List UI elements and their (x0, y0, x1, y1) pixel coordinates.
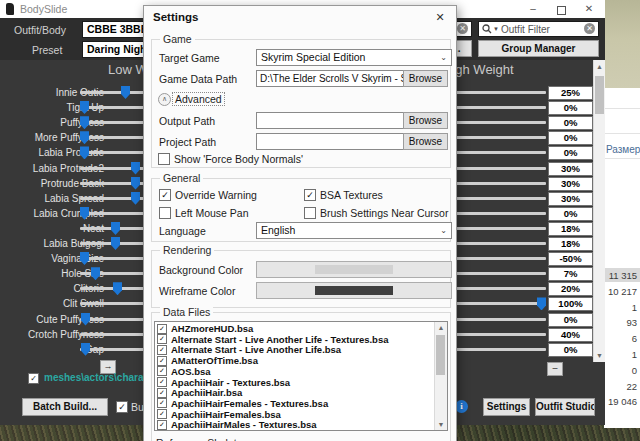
slider-track-high[interactable] (450, 167, 546, 170)
advanced-toggle-icon[interactable]: ∧ (158, 93, 171, 106)
slider-track-low[interactable] (80, 151, 150, 154)
slider-track-high[interactable] (450, 257, 546, 260)
slider-track-high[interactable] (450, 302, 546, 305)
slider-percent-input[interactable]: 18% (548, 237, 593, 251)
data-file-checkbox[interactable]: ✓ (157, 388, 167, 398)
slider-percent-input[interactable]: 0% (548, 313, 593, 327)
slider-track-low[interactable] (80, 333, 150, 336)
slider-percent-input[interactable]: 0% (548, 146, 593, 160)
data-file-checkbox[interactable]: ✓ (157, 420, 167, 430)
data-file-checkbox[interactable]: ✓ (157, 345, 167, 355)
slider-track-high[interactable] (450, 272, 546, 275)
slider-track-high[interactable] (450, 227, 546, 230)
slider-track-high[interactable] (450, 287, 546, 290)
general-checkbox[interactable] (304, 207, 316, 219)
data-file-item[interactable]: ✓ApachiiHair - Textures.bsa (157, 377, 432, 388)
slider-track-high[interactable] (450, 242, 546, 245)
scrollbar-thumb[interactable] (595, 76, 604, 114)
maximize-button[interactable] (557, 6, 566, 15)
slider-track-low[interactable] (80, 106, 150, 109)
target-game-dropdown[interactable]: Skyrim Special Edition⌄ (256, 49, 452, 66)
general-checkbox[interactable]: ✓ (304, 189, 316, 201)
slider-thumb[interactable] (537, 297, 546, 310)
slider-percent-input[interactable]: 40% (548, 328, 593, 342)
data-file-item[interactable]: ✓AHZmoreHUD.bsa (157, 323, 432, 334)
wireframe-color-button[interactable] (256, 282, 452, 299)
data-file-item[interactable]: ✓ApachiiHair.bsa (157, 387, 432, 398)
scroll-up-icon[interactable]: ▲ (594, 63, 605, 70)
data-files-scrollbar[interactable]: ▲ ▼ (434, 322, 447, 430)
data-file-checkbox[interactable]: ✓ (157, 366, 167, 376)
data-file-checkbox[interactable]: ✓ (157, 356, 167, 366)
slider-track-low[interactable] (80, 302, 150, 305)
slider-track-high[interactable] (450, 91, 546, 94)
scrollbar-thumb[interactable] (436, 335, 445, 375)
slider-percent-input[interactable]: 18% (548, 222, 593, 236)
slider-percent-input[interactable]: 0% (548, 101, 593, 115)
data-file-checkbox[interactable]: ✓ (157, 398, 167, 408)
data-files-list[interactable]: ✓AHZmoreHUD.bsa✓Alternate Start - Live A… (154, 321, 448, 431)
output-path-input[interactable] (256, 112, 404, 129)
build-morphs-checkbox[interactable]: ✓ (116, 401, 128, 413)
slider-percent-input[interactable]: 20% (548, 282, 593, 296)
slider-percent-input[interactable]: 30% (548, 177, 593, 191)
scroll-down-icon[interactable]: ▼ (594, 352, 605, 359)
browse-game-data-button[interactable]: Browse (403, 70, 448, 87)
slider-thumb[interactable] (131, 177, 140, 190)
slider-percent-input[interactable]: 0% (548, 116, 593, 130)
slider-track-high[interactable] (450, 318, 546, 321)
slider-track-low[interactable] (80, 91, 150, 94)
slider-track-low[interactable] (80, 257, 150, 260)
data-file-item[interactable]: ✓ApachiiHairFemales.bsa (157, 409, 432, 420)
data-file-item[interactable]: ✓Alternate Start - Live Another Life.bsa (157, 344, 432, 355)
slider-track-low[interactable] (80, 272, 150, 275)
slider-percent-input[interactable]: -50% (548, 252, 593, 266)
slider-thumb[interactable] (131, 192, 140, 205)
search-dropdown-arrow-icon[interactable]: ▼ (493, 26, 499, 32)
close-button[interactable]: ✕ (578, 2, 600, 16)
clear-filter-icon[interactable]: ✕ (584, 23, 595, 34)
settings-close-icon[interactable]: ✕ (432, 10, 448, 24)
slider-percent-input[interactable]: 0% (548, 343, 593, 357)
game-data-path-input[interactable]: D:\The Elder Scrolls V Skyrim - Special … (256, 70, 404, 87)
main-scrollbar[interactable]: ▲ ▼ (593, 60, 605, 362)
batch-build-button[interactable]: Batch Build... (22, 398, 108, 416)
slider-track-low[interactable] (80, 136, 150, 139)
slider-track-high[interactable] (450, 121, 546, 124)
outfit-filter-input[interactable]: ▼ Outfit Filter ✕ (478, 21, 599, 37)
slider-percent-input[interactable]: 7% (548, 267, 593, 281)
outfit-studio-button[interactable]: Outfit Studio (535, 398, 595, 416)
slider-percent-input[interactable]: 30% (548, 192, 593, 206)
slider-track-high[interactable] (450, 151, 546, 154)
slider-scroll-right-button[interactable]: – (547, 362, 563, 376)
slider-track-high[interactable] (450, 106, 546, 109)
slider-thumb[interactable] (121, 86, 130, 99)
data-file-checkbox[interactable]: ✓ (157, 334, 167, 344)
slider-track-low[interactable] (80, 121, 150, 124)
slider-thumb[interactable] (111, 237, 120, 250)
minimize-button[interactable]: – (522, 2, 544, 16)
slider-track-low[interactable] (80, 318, 150, 321)
force-normals-checkbox[interactable] (158, 153, 170, 165)
data-file-item[interactable]: ✓ApachiiHairFemales - Textures.bsa (157, 398, 432, 409)
data-file-item[interactable]: ✓AMatterOfTime.bsa (157, 355, 432, 366)
explorer-size-column-header[interactable]: Размер (606, 144, 640, 155)
explorer-window[interactable]: Размер 11 31510 2171936102219 046 (604, 88, 640, 428)
slider-thumb[interactable] (111, 222, 120, 235)
general-checkbox[interactable] (159, 207, 171, 219)
browse-output-button[interactable]: Browse (403, 112, 448, 129)
data-file-checkbox[interactable]: ✓ (157, 377, 167, 387)
language-dropdown[interactable]: English⌄ (256, 222, 452, 239)
slider-track-low[interactable] (80, 348, 150, 351)
slider-percent-input[interactable]: 0% (548, 131, 593, 145)
data-file-item[interactable]: ✓Alternate Start - Live Another Life - T… (157, 334, 432, 345)
data-file-checkbox[interactable]: ✓ (157, 324, 167, 334)
general-checkbox[interactable]: ✓ (159, 189, 171, 201)
slider-track-high[interactable] (450, 197, 546, 200)
project-path-input[interactable] (256, 133, 404, 150)
slider-percent-input[interactable]: 0% (548, 207, 593, 221)
data-file-item[interactable]: ✓AOS.bsa (157, 366, 432, 377)
scroll-up-icon[interactable]: ▲ (435, 324, 447, 331)
data-file-checkbox[interactable]: ✓ (157, 409, 167, 419)
data-file-item[interactable]: ✓ApachiiHairMales - Textures.bsa (157, 419, 432, 430)
